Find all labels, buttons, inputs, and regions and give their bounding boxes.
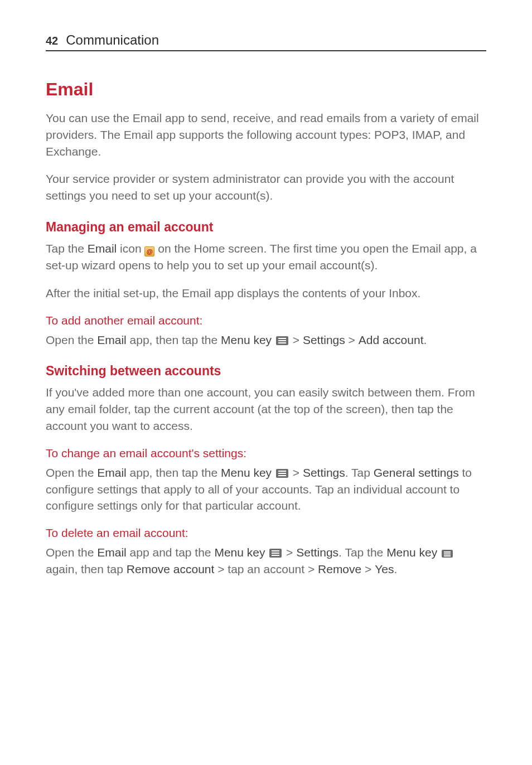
managing-paragraph-1: Tap the Email icon @ on the Home screen.…	[46, 240, 486, 274]
text-fragment: . Tap	[345, 466, 374, 479]
change-settings-paragraph: Open the Email app, then tap the Menu ke…	[46, 464, 486, 514]
text-fragment: >	[345, 333, 359, 346]
bold-remove-label: Remove	[318, 563, 361, 575]
text-fragment: >	[289, 333, 303, 346]
bold-general-settings-label: General settings	[374, 466, 459, 479]
text-fragment: again, then tap	[46, 563, 127, 575]
text-fragment: Open the	[46, 546, 97, 559]
text-fragment: >	[283, 546, 296, 559]
add-account-paragraph: Open the Email app, then tap the Menu ke…	[46, 332, 486, 348]
bold-menu-key-label: Menu key	[386, 546, 437, 559]
text-fragment: app, then tap the	[127, 333, 221, 346]
text-fragment: .	[423, 333, 427, 346]
text-fragment: Open the	[46, 333, 97, 346]
heading-delete-account: To delete an email account:	[46, 526, 486, 540]
text-fragment: Tap the	[46, 242, 88, 255]
bold-settings-label: Settings	[303, 466, 345, 479]
text-fragment: > tap an account >	[214, 563, 318, 575]
delete-account-paragraph: Open the Email app and tap the Menu key …	[46, 544, 486, 578]
text-fragment: app and tap the	[127, 546, 215, 559]
text-fragment: . Tap the	[338, 546, 386, 559]
bold-menu-key-label: Menu key	[221, 333, 272, 346]
bold-email-label: Email	[88, 242, 117, 255]
bold-add-account-label: Add account	[359, 333, 424, 346]
text-fragment: icon	[117, 242, 144, 255]
menu-key-icon	[276, 336, 288, 345]
bold-email-label: Email	[97, 546, 127, 559]
text-fragment: >	[361, 563, 375, 575]
text-fragment	[265, 546, 268, 559]
heading-managing-account: Managing an email account	[46, 220, 486, 235]
section-title-email: Email	[46, 79, 486, 100]
bold-settings-label: Settings	[296, 546, 338, 559]
bold-menu-key-label: Menu key	[221, 466, 272, 479]
text-fragment: Open the	[46, 466, 97, 479]
bold-remove-account-label: Remove account	[127, 563, 215, 575]
menu-key-icon	[276, 469, 288, 478]
bold-email-label: Email	[97, 466, 127, 479]
heading-add-account: To add another email account:	[46, 314, 486, 327]
text-fragment: app, then tap the	[127, 466, 221, 479]
intro-paragraph-1: You can use the Email app to send, recei…	[46, 110, 486, 159]
menu-key-icon	[269, 549, 282, 558]
chapter-title: Communication	[66, 32, 159, 48]
text-fragment	[437, 546, 441, 559]
bold-settings-label: Settings	[303, 333, 345, 346]
page-header: 42 Communication	[46, 32, 486, 51]
text-fragment	[272, 466, 275, 479]
text-fragment: >	[289, 466, 303, 479]
page-container: 42 Communication Email You can use the E…	[0, 0, 532, 622]
switching-paragraph: If you've added more than one account, y…	[46, 384, 486, 434]
page-number: 42	[46, 35, 58, 47]
bold-menu-key-label: Menu key	[214, 546, 265, 559]
email-app-icon: @	[144, 246, 154, 256]
managing-paragraph-2: After the initial set-up, the Email app …	[46, 285, 486, 302]
heading-switching-accounts: Switching between accounts	[46, 364, 486, 379]
text-fragment: .	[394, 563, 397, 575]
bold-email-label: Email	[97, 333, 127, 346]
menu-key-icon	[442, 550, 453, 558]
intro-paragraph-2: Your service provider or system administ…	[46, 171, 486, 204]
bold-yes-label: Yes	[375, 563, 394, 575]
heading-change-settings: To change an email account's settings:	[46, 447, 486, 460]
text-fragment	[272, 333, 275, 346]
